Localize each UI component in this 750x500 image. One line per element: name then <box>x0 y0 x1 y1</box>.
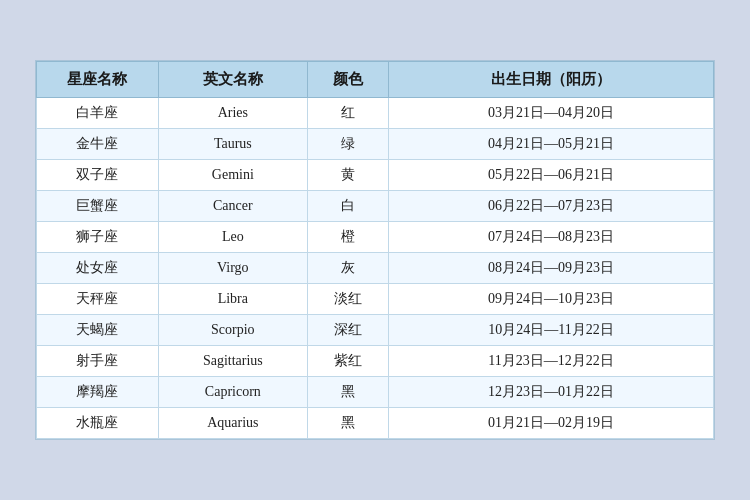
table-row: 金牛座Taurus绿04月21日—05月21日 <box>37 129 714 160</box>
cell-chinese: 天秤座 <box>37 284 159 315</box>
cell-english: Cancer <box>158 191 307 222</box>
table-row: 摩羯座Capricorn黑12月23日—01月22日 <box>37 377 714 408</box>
cell-date: 01月21日—02月19日 <box>389 408 714 439</box>
cell-date: 08月24日—09月23日 <box>389 253 714 284</box>
cell-english: Gemini <box>158 160 307 191</box>
header-english: 英文名称 <box>158 62 307 98</box>
cell-color: 黑 <box>307 408 388 439</box>
cell-english: Leo <box>158 222 307 253</box>
cell-english: Virgo <box>158 253 307 284</box>
cell-date: 06月22日—07月23日 <box>389 191 714 222</box>
table-body: 白羊座Aries红03月21日—04月20日金牛座Taurus绿04月21日—0… <box>37 98 714 439</box>
cell-color: 橙 <box>307 222 388 253</box>
header-color: 颜色 <box>307 62 388 98</box>
cell-english: Aquarius <box>158 408 307 439</box>
table-row: 水瓶座Aquarius黑01月21日—02月19日 <box>37 408 714 439</box>
header-date: 出生日期（阳历） <box>389 62 714 98</box>
cell-chinese: 双子座 <box>37 160 159 191</box>
cell-color: 深红 <box>307 315 388 346</box>
cell-color: 绿 <box>307 129 388 160</box>
table-header-row: 星座名称 英文名称 颜色 出生日期（阳历） <box>37 62 714 98</box>
cell-date: 11月23日—12月22日 <box>389 346 714 377</box>
cell-english: Aries <box>158 98 307 129</box>
zodiac-table-container: 星座名称 英文名称 颜色 出生日期（阳历） 白羊座Aries红03月21日—04… <box>35 60 715 440</box>
cell-date: 09月24日—10月23日 <box>389 284 714 315</box>
cell-chinese: 摩羯座 <box>37 377 159 408</box>
cell-english: Scorpio <box>158 315 307 346</box>
table-row: 巨蟹座Cancer白06月22日—07月23日 <box>37 191 714 222</box>
cell-date: 07月24日—08月23日 <box>389 222 714 253</box>
cell-english: Taurus <box>158 129 307 160</box>
cell-chinese: 狮子座 <box>37 222 159 253</box>
cell-color: 红 <box>307 98 388 129</box>
cell-english: Capricorn <box>158 377 307 408</box>
cell-color: 黄 <box>307 160 388 191</box>
cell-date: 12月23日—01月22日 <box>389 377 714 408</box>
cell-date: 04月21日—05月21日 <box>389 129 714 160</box>
cell-color: 紫红 <box>307 346 388 377</box>
table-row: 狮子座Leo橙07月24日—08月23日 <box>37 222 714 253</box>
cell-color: 白 <box>307 191 388 222</box>
cell-english: Sagittarius <box>158 346 307 377</box>
cell-color: 淡红 <box>307 284 388 315</box>
cell-english: Libra <box>158 284 307 315</box>
cell-chinese: 白羊座 <box>37 98 159 129</box>
table-row: 天蝎座Scorpio深红10月24日—11月22日 <box>37 315 714 346</box>
table-row: 双子座Gemini黄05月22日—06月21日 <box>37 160 714 191</box>
zodiac-table: 星座名称 英文名称 颜色 出生日期（阳历） 白羊座Aries红03月21日—04… <box>36 61 714 439</box>
table-row: 天秤座Libra淡红09月24日—10月23日 <box>37 284 714 315</box>
cell-color: 黑 <box>307 377 388 408</box>
cell-chinese: 处女座 <box>37 253 159 284</box>
cell-chinese: 射手座 <box>37 346 159 377</box>
table-row: 射手座Sagittarius紫红11月23日—12月22日 <box>37 346 714 377</box>
cell-color: 灰 <box>307 253 388 284</box>
cell-date: 03月21日—04月20日 <box>389 98 714 129</box>
table-row: 处女座Virgo灰08月24日—09月23日 <box>37 253 714 284</box>
cell-chinese: 天蝎座 <box>37 315 159 346</box>
table-row: 白羊座Aries红03月21日—04月20日 <box>37 98 714 129</box>
cell-chinese: 巨蟹座 <box>37 191 159 222</box>
cell-chinese: 金牛座 <box>37 129 159 160</box>
cell-date: 05月22日—06月21日 <box>389 160 714 191</box>
header-chinese: 星座名称 <box>37 62 159 98</box>
cell-date: 10月24日—11月22日 <box>389 315 714 346</box>
cell-chinese: 水瓶座 <box>37 408 159 439</box>
